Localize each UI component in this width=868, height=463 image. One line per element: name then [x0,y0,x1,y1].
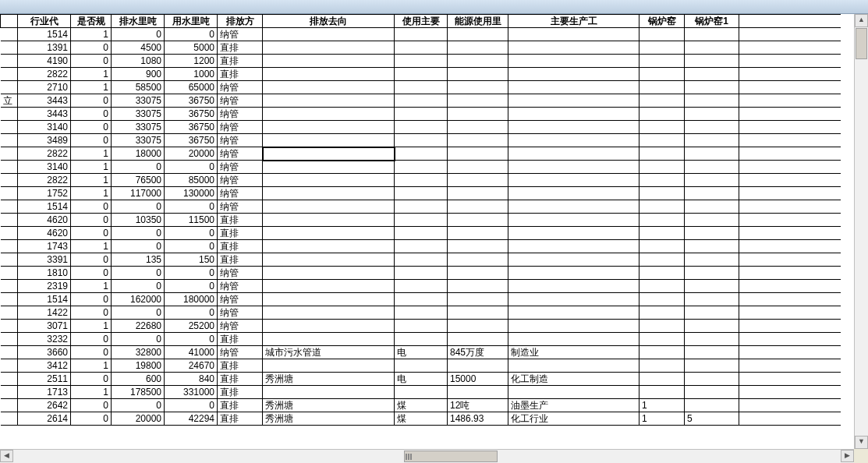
cell-j[interactable] [639,108,685,121]
cell-d[interactable]: 42294 [165,412,218,426]
cell-extra[interactable] [739,94,841,108]
cell-h[interactable] [448,121,508,134]
cell-c[interactable]: 10350 [112,214,165,227]
row-stub-cell[interactable] [1,399,18,412]
table-row[interactable]: 17521117000130000纳管 [1,187,841,200]
cell-i[interactable] [508,68,639,81]
cell-e[interactable]: 直排 [218,333,263,346]
header-boiler[interactable]: 锅炉窑 [639,15,685,28]
cell-h[interactable] [448,187,508,200]
cell-b[interactable]: 1 [71,187,112,200]
cell-extra[interactable] [739,81,841,94]
table-row[interactable]: 1422000纳管 [1,306,841,320]
table-row[interactable]: 2319100纳管 [1,280,841,293]
table-row[interactable]: 1514000纳管 [1,200,841,214]
cell-b[interactable]: 1 [71,240,112,253]
cell-j[interactable] [639,293,685,306]
cell-h[interactable] [448,214,508,227]
scroll-up-icon[interactable]: ▲ [855,14,868,27]
cell-h[interactable] [448,306,508,320]
cell-f[interactable] [263,240,395,253]
cell-d[interactable]: 36750 [165,108,218,121]
cell-f[interactable] [263,306,395,320]
cell-b[interactable]: 0 [71,214,112,227]
cell-k[interactable] [685,320,739,333]
cell-k[interactable] [685,240,739,253]
cell-j[interactable] [639,214,685,227]
cell-j[interactable] [639,267,685,280]
cell-a[interactable]: 2614 [18,412,71,426]
cell-a[interactable]: 2822 [18,174,71,187]
table-row[interactable]: 282219001000直排 [1,68,841,81]
cell-f[interactable] [263,161,395,174]
cell-c[interactable]: 162000 [112,293,165,306]
cell-e[interactable]: 纳管 [218,94,263,108]
row-stub-cell[interactable] [1,253,18,267]
cell-g[interactable] [395,333,448,346]
cell-i[interactable] [508,227,639,240]
row-stub-cell[interactable] [1,134,18,147]
cell-g[interactable] [395,134,448,147]
cell-k[interactable] [685,306,739,320]
cell-extra[interactable] [739,346,841,359]
cell-j[interactable] [639,41,685,55]
cell-k[interactable] [685,94,739,108]
row-stub-cell[interactable] [1,28,18,41]
cell-d[interactable]: 130000 [165,187,218,200]
cell-g[interactable] [395,68,448,81]
cell-c[interactable]: 0 [112,161,165,174]
table-row[interactable]: 1514100纳管 [1,28,841,41]
cell-i[interactable] [508,55,639,68]
cell-c[interactable]: 19800 [112,359,165,373]
header-is-regulated[interactable]: 是否规 [71,15,112,28]
cell-i[interactable] [508,386,639,399]
cell-d[interactable]: 0 [165,333,218,346]
cell-h[interactable] [448,134,508,147]
cell-d[interactable]: 25200 [165,320,218,333]
cell-j[interactable] [639,306,685,320]
cell-extra[interactable] [739,68,841,81]
cell-d[interactable]: 85000 [165,174,218,187]
table-row[interactable]: 15140162000180000纳管 [1,293,841,306]
vertical-scroll-thumb[interactable] [856,28,867,59]
cell-k[interactable] [685,214,739,227]
row-stub-cell[interactable] [1,359,18,373]
cell-a[interactable]: 1713 [18,386,71,399]
cell-b[interactable]: 1 [71,386,112,399]
cell-h[interactable] [448,161,508,174]
cell-d[interactable]: 20000 [165,147,218,161]
cell-extra[interactable] [739,333,841,346]
cell-extra[interactable] [739,267,841,280]
table-row[interactable]: 33910135150直排 [1,253,841,267]
cell-k[interactable] [685,121,739,134]
cell-k[interactable] [685,147,739,161]
cell-d[interactable]: 840 [165,373,218,386]
cell-d[interactable]: 180000 [165,293,218,306]
cell-e[interactable]: 纳管 [218,267,263,280]
cell-b[interactable]: 0 [71,121,112,134]
cell-j[interactable] [639,161,685,174]
cell-extra[interactable] [739,320,841,333]
cell-a[interactable]: 1514 [18,200,71,214]
table-row[interactable]: 348903307536750纳管 [1,134,841,147]
cell-c[interactable]: 32800 [112,346,165,359]
cell-i[interactable] [508,214,639,227]
cell-a[interactable]: 1422 [18,306,71,320]
cell-a[interactable]: 1752 [18,187,71,200]
cell-k[interactable] [685,41,739,55]
cell-f[interactable] [263,134,395,147]
cell-f[interactable] [263,386,395,399]
cell-extra[interactable] [739,240,841,253]
row-stub-cell[interactable] [1,200,18,214]
cell-j[interactable] [639,386,685,399]
cell-g[interactable] [395,280,448,293]
cell-h[interactable] [448,386,508,399]
cell-extra[interactable] [739,280,841,293]
cell-g[interactable] [395,293,448,306]
cell-extra[interactable] [739,386,841,399]
cell-a[interactable]: 3071 [18,320,71,333]
cell-c[interactable]: 33075 [112,108,165,121]
cell-k[interactable] [685,200,739,214]
cell-i[interactable] [508,280,639,293]
cell-f[interactable]: 城市污水管道 [263,346,395,359]
